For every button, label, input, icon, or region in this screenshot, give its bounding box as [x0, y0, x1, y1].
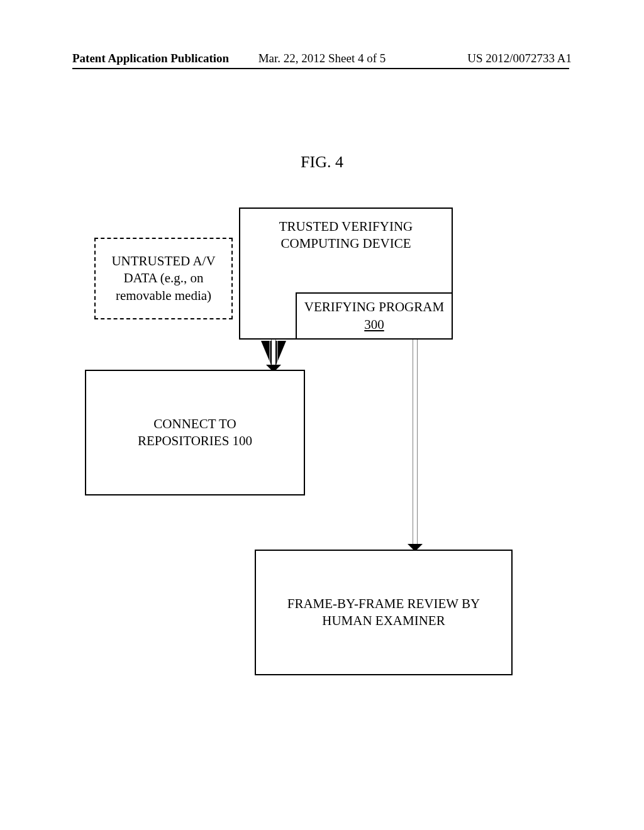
- box-verifying-program: VERIFYING PROGRAM 300: [296, 292, 453, 340]
- frame-line1: FRAME-BY-FRAME REVIEW BY: [287, 595, 480, 612]
- svg-rect-6: [272, 340, 275, 365]
- header-right: US 2012/0072733 A1: [467, 52, 572, 65]
- untrusted-line3: removable media): [116, 287, 211, 304]
- header-divider: [72, 68, 569, 69]
- header-center: Mar. 22, 2012 Sheet 4 of 5: [258, 52, 386, 65]
- header-left: Patent Application Publication: [72, 52, 229, 65]
- box-frame-review: FRAME-BY-FRAME REVIEW BY HUMAN EXAMINER: [255, 550, 513, 675]
- trusted-line1: TRUSTED VERIFYING: [279, 218, 413, 235]
- frame-line2: HUMAN EXAMINER: [322, 612, 445, 629]
- box-connect-repositories: CONNECT TO REPOSITORIES 100: [85, 370, 305, 495]
- svg-rect-10: [413, 340, 417, 544]
- connect-line1: CONNECT TO: [153, 416, 236, 433]
- verifying-program-number: 300: [364, 316, 384, 333]
- box-trusted-verifying-device: TRUSTED VERIFYING COMPUTING DEVICE VERIF…: [239, 208, 453, 340]
- trusted-line2: COMPUTING DEVICE: [280, 235, 411, 252]
- untrusted-line2: DATA (e.g., on: [123, 270, 203, 287]
- connect-line2: REPOSITORIES 100: [138, 433, 252, 450]
- page-header: Patent Application Publication Mar. 22, …: [0, 52, 644, 65]
- verifying-program-line1: VERIFYING PROGRAM: [304, 299, 444, 316]
- figure-label: FIG. 4: [301, 153, 343, 172]
- untrusted-line1: UNTRUSTED A/V: [111, 253, 215, 270]
- diagram-container: UNTRUSTED A/V DATA (e.g., on removable m…: [72, 208, 569, 711]
- box-untrusted-av-data: UNTRUSTED A/V DATA (e.g., on removable m…: [94, 238, 233, 319]
